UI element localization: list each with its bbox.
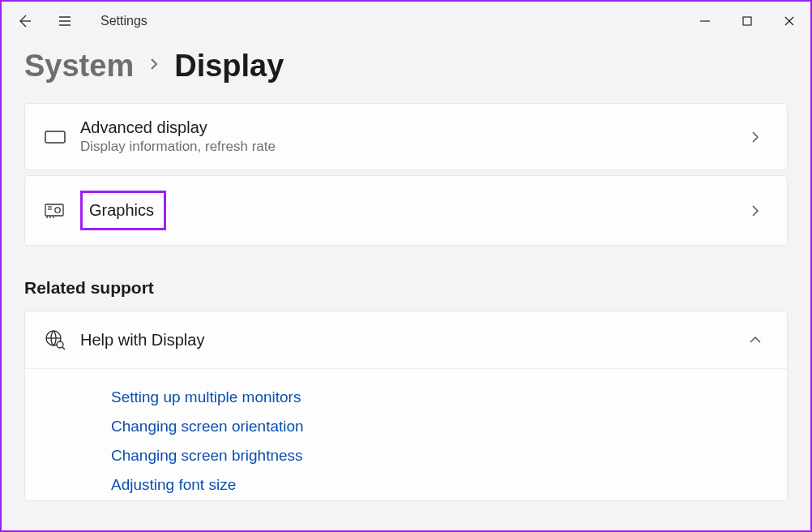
close-icon xyxy=(784,15,795,27)
help-link-font-size[interactable]: Adjusting font size xyxy=(111,476,767,494)
hamburger-icon xyxy=(57,13,73,29)
advanced-display-title: Advanced display xyxy=(80,118,743,137)
minimize-button[interactable] xyxy=(684,5,726,37)
graphics-row[interactable]: Graphics xyxy=(24,175,788,246)
advanced-display-subtitle: Display information, refresh rate xyxy=(80,139,743,155)
help-title: Help with Display xyxy=(80,331,743,350)
app-title: Settings xyxy=(100,14,147,28)
svg-point-5 xyxy=(57,341,63,348)
chevron-right-icon xyxy=(148,56,160,77)
maximize-button[interactable] xyxy=(726,5,768,37)
help-header[interactable]: Help with Display xyxy=(25,311,787,368)
svg-point-3 xyxy=(55,207,60,212)
advanced-display-row[interactable]: Advanced display Display information, re… xyxy=(24,103,788,170)
maximize-icon xyxy=(742,16,752,26)
help-link-multiple-monitors[interactable]: Setting up multiple monitors xyxy=(111,388,767,406)
svg-rect-0 xyxy=(743,17,751,25)
chevron-right-icon xyxy=(743,204,767,217)
graphics-highlight: Graphics xyxy=(80,191,166,230)
related-support-heading: Related support xyxy=(24,278,788,298)
globe-search-icon xyxy=(45,329,66,350)
graphics-title: Graphics xyxy=(89,201,154,219)
titlebar: Settings xyxy=(2,2,810,41)
close-button[interactable] xyxy=(768,5,810,37)
breadcrumb-root[interactable]: System xyxy=(24,49,134,84)
help-link-screen-orientation[interactable]: Changing screen orientation xyxy=(111,418,767,435)
window-controls xyxy=(684,5,810,37)
breadcrumb-current: Display xyxy=(174,49,284,84)
menu-button[interactable] xyxy=(53,10,76,32)
chevron-right-icon xyxy=(743,131,767,144)
help-card: Help with Display Setting up multiple mo… xyxy=(24,311,788,501)
monitor-icon xyxy=(45,129,66,145)
back-button[interactable] xyxy=(13,10,36,32)
back-arrow-icon xyxy=(16,13,32,29)
minimize-icon xyxy=(699,15,711,27)
graphics-card-icon xyxy=(45,202,66,220)
help-link-screen-brightness[interactable]: Changing screen brightness xyxy=(111,447,767,465)
chevron-up-icon xyxy=(743,335,767,345)
breadcrumb: System Display xyxy=(24,49,788,84)
svg-rect-1 xyxy=(45,131,65,143)
help-links: Setting up multiple monitors Changing sc… xyxy=(25,368,787,500)
